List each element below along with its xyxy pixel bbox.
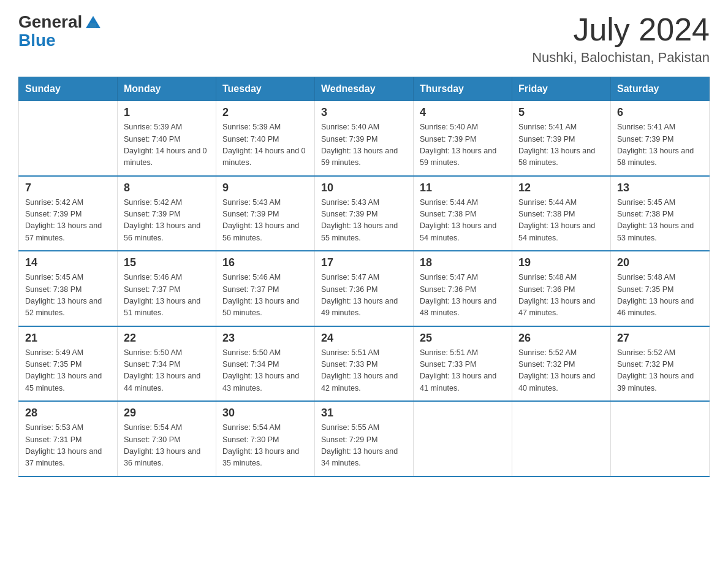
calendar-cell: 20Sunrise: 5:48 AMSunset: 7:35 PMDayligh… [611,251,710,326]
day-detail: Sunrise: 5:41 AMSunset: 7:39 PMDaylight:… [617,121,703,169]
day-number: 15 [124,256,210,269]
day-number: 11 [420,182,506,194]
logo: General Blue [18,12,103,50]
calendar-cell: 21Sunrise: 5:49 AMSunset: 7:35 PMDayligh… [19,326,118,402]
day-number: 17 [321,256,407,269]
calendar-cell: 5Sunrise: 5:41 AMSunset: 7:39 PMDaylight… [512,101,611,176]
calendar-cell [611,401,710,477]
calendar-cell: 17Sunrise: 5:47 AMSunset: 7:36 PMDayligh… [315,251,414,326]
day-number: 31 [321,407,407,419]
day-detail: Sunrise: 5:55 AMSunset: 7:29 PMDaylight:… [321,422,407,470]
day-detail: Sunrise: 5:40 AMSunset: 7:39 PMDaylight:… [321,121,407,169]
calendar-week-row: 14Sunrise: 5:45 AMSunset: 7:38 PMDayligh… [19,251,710,326]
day-detail: Sunrise: 5:46 AMSunset: 7:37 PMDaylight:… [124,272,210,320]
day-detail: Sunrise: 5:52 AMSunset: 7:32 PMDaylight:… [518,347,604,395]
logo-line1: General [18,12,103,32]
month-title: July 2024 [532,12,710,47]
calendar-body: 1Sunrise: 5:39 AMSunset: 7:40 PMDaylight… [19,101,710,477]
day-detail: Sunrise: 5:49 AMSunset: 7:35 PMDaylight:… [25,347,111,395]
title-block: July 2024 Nushki, Balochistan, Pakistan [532,12,710,66]
day-detail: Sunrise: 5:40 AMSunset: 7:39 PMDaylight:… [420,121,506,169]
calendar-cell: 16Sunrise: 5:46 AMSunset: 7:37 PMDayligh… [216,251,315,326]
calendar-cell: 29Sunrise: 5:54 AMSunset: 7:30 PMDayligh… [118,401,216,477]
day-detail: Sunrise: 5:54 AMSunset: 7:30 PMDaylight:… [222,422,308,470]
calendar-header: SundayMondayTuesdayWednesdayThursdayFrid… [19,77,710,101]
day-number: 23 [222,332,308,345]
calendar-cell: 13Sunrise: 5:45 AMSunset: 7:38 PMDayligh… [611,176,710,251]
day-number: 27 [617,332,703,345]
day-number: 6 [617,106,703,119]
calendar-table: SundayMondayTuesdayWednesdayThursdayFrid… [18,77,710,477]
day-number: 19 [518,256,604,269]
calendar-cell: 31Sunrise: 5:55 AMSunset: 7:29 PMDayligh… [315,401,414,477]
day-number: 2 [222,106,308,119]
day-detail: Sunrise: 5:53 AMSunset: 7:31 PMDaylight:… [25,422,111,470]
calendar-cell: 8Sunrise: 5:42 AMSunset: 7:39 PMDaylight… [118,176,216,251]
day-number: 8 [124,182,210,194]
calendar-cell: 3Sunrise: 5:40 AMSunset: 7:39 PMDaylight… [315,101,414,176]
day-number: 24 [321,332,407,345]
calendar-cell: 9Sunrise: 5:43 AMSunset: 7:39 PMDaylight… [216,176,315,251]
calendar-cell [512,401,611,477]
day-detail: Sunrise: 5:47 AMSunset: 7:36 PMDaylight:… [321,272,407,320]
day-number: 25 [420,332,506,345]
calendar-cell: 2Sunrise: 5:39 AMSunset: 7:40 PMDaylight… [216,101,315,176]
calendar-cell: 1Sunrise: 5:39 AMSunset: 7:40 PMDaylight… [118,101,216,176]
calendar-cell: 12Sunrise: 5:44 AMSunset: 7:38 PMDayligh… [512,176,611,251]
calendar-cell: 15Sunrise: 5:46 AMSunset: 7:37 PMDayligh… [118,251,216,326]
day-number: 12 [518,182,604,194]
day-detail: Sunrise: 5:41 AMSunset: 7:39 PMDaylight:… [518,121,604,169]
svg-rect-1 [90,23,96,28]
day-number: 21 [25,332,111,345]
day-number: 7 [25,182,111,194]
day-number: 13 [617,182,703,194]
day-number: 14 [25,256,111,269]
day-number: 30 [222,407,308,419]
logo-blue-text: Blue [18,31,56,50]
calendar-cell: 24Sunrise: 5:51 AMSunset: 7:33 PMDayligh… [315,326,414,402]
day-number: 5 [518,106,604,119]
calendar-cell: 25Sunrise: 5:51 AMSunset: 7:33 PMDayligh… [414,326,512,402]
day-number: 3 [321,106,407,119]
day-detail: Sunrise: 5:52 AMSunset: 7:32 PMDaylight:… [617,347,703,395]
day-number: 9 [222,182,308,194]
calendar-cell [19,101,118,176]
weekday-header-thursday: Thursday [414,77,512,101]
calendar-cell: 22Sunrise: 5:50 AMSunset: 7:34 PMDayligh… [118,326,216,402]
day-detail: Sunrise: 5:48 AMSunset: 7:35 PMDaylight:… [617,272,703,320]
day-number: 1 [124,106,210,119]
day-detail: Sunrise: 5:43 AMSunset: 7:39 PMDaylight:… [222,197,308,245]
calendar-cell: 23Sunrise: 5:50 AMSunset: 7:34 PMDayligh… [216,326,315,402]
calendar-week-row: 28Sunrise: 5:53 AMSunset: 7:31 PMDayligh… [19,401,710,477]
day-number: 16 [222,256,308,269]
day-detail: Sunrise: 5:44 AMSunset: 7:38 PMDaylight:… [518,197,604,245]
calendar-cell: 27Sunrise: 5:52 AMSunset: 7:32 PMDayligh… [611,326,710,402]
day-number: 4 [420,106,506,119]
calendar-cell [414,401,512,477]
day-number: 20 [617,256,703,269]
calendar-cell: 6Sunrise: 5:41 AMSunset: 7:39 PMDaylight… [611,101,710,176]
calendar-week-row: 7Sunrise: 5:42 AMSunset: 7:39 PMDaylight… [19,176,710,251]
day-detail: Sunrise: 5:43 AMSunset: 7:39 PMDaylight:… [321,197,407,245]
location: Nushki, Balochistan, Pakistan [532,50,710,66]
day-detail: Sunrise: 5:48 AMSunset: 7:36 PMDaylight:… [518,272,604,320]
day-detail: Sunrise: 5:42 AMSunset: 7:39 PMDaylight:… [124,197,210,245]
weekday-header-monday: Monday [118,77,216,101]
calendar-cell: 30Sunrise: 5:54 AMSunset: 7:30 PMDayligh… [216,401,315,477]
weekday-header-saturday: Saturday [611,77,710,101]
logo-general-text: General [18,12,82,32]
day-detail: Sunrise: 5:45 AMSunset: 7:38 PMDaylight:… [25,272,111,320]
day-detail: Sunrise: 5:54 AMSunset: 7:30 PMDaylight:… [124,422,210,470]
calendar-week-row: 1Sunrise: 5:39 AMSunset: 7:40 PMDaylight… [19,101,710,176]
weekday-header-tuesday: Tuesday [216,77,315,101]
day-detail: Sunrise: 5:46 AMSunset: 7:37 PMDaylight:… [222,272,308,320]
calendar-week-row: 21Sunrise: 5:49 AMSunset: 7:35 PMDayligh… [19,326,710,402]
calendar-cell: 28Sunrise: 5:53 AMSunset: 7:31 PMDayligh… [19,401,118,477]
weekday-header-row: SundayMondayTuesdayWednesdayThursdayFrid… [19,77,710,101]
page-header: General Blue July 2024 Nushki, Balochist… [18,12,710,66]
day-detail: Sunrise: 5:42 AMSunset: 7:39 PMDaylight:… [25,197,111,245]
day-number: 26 [518,332,604,345]
logo-triangle-icon [83,11,103,31]
day-number: 29 [124,407,210,419]
weekday-header-sunday: Sunday [19,77,118,101]
